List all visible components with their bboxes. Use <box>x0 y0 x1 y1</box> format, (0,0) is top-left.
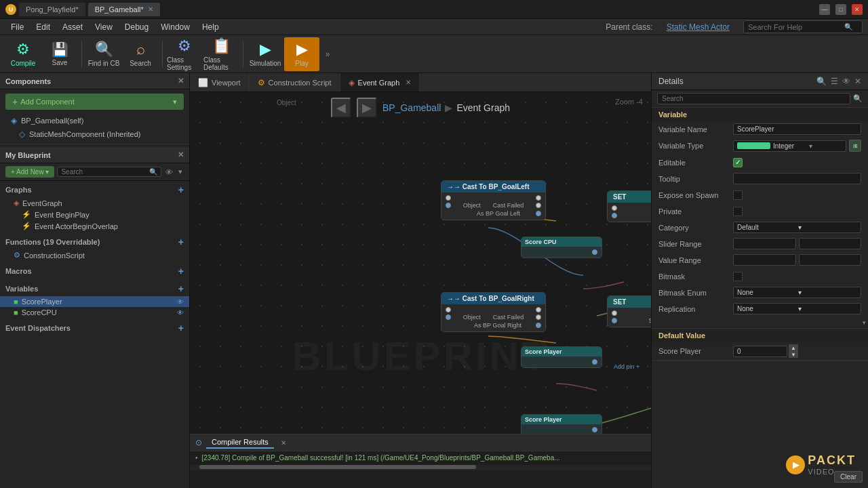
event-graph-item[interactable]: ◈ EventGraph <box>0 197 189 209</box>
node-scoreplayer-var2[interactable]: Score Player <box>521 414 602 434</box>
node-scoreplayer-var2-body <box>521 424 601 434</box>
breadcrumb-event-graph[interactable]: Event Graph <box>456 102 510 113</box>
menu-window[interactable]: Window <box>155 21 195 33</box>
menu-file[interactable]: File <box>5 21 29 33</box>
tab-construction-script[interactable]: ⚙ Construction Script <box>250 73 340 92</box>
macros-section-header[interactable]: Macros + <box>0 264 189 279</box>
bp-search-box[interactable]: 🔍 <box>57 167 161 177</box>
event-graph-tab-close-icon[interactable]: ✕ <box>406 79 411 86</box>
graphs-add-button[interactable]: + <box>178 184 184 195</box>
expose-on-spawn-checkbox[interactable] <box>733 190 743 200</box>
details-search-input[interactable] <box>657 93 850 104</box>
value-range-min-input[interactable] <box>733 254 796 266</box>
add-component-button[interactable]: + Add Component ▾ <box>5 94 184 110</box>
find-in-cb-button[interactable]: 🔍 Find in CB <box>86 37 121 71</box>
event-begin-play-item[interactable]: ⚡ Event BeginPlay <box>0 209 189 220</box>
bp-search-input[interactable] <box>61 168 147 176</box>
macros-add-button[interactable]: + <box>178 266 184 277</box>
play-button[interactable]: ▶ Play <box>284 37 319 71</box>
close-button[interactable]: ✕ <box>852 4 863 15</box>
score-player-var-item[interactable]: ■ ScorePlayer 👁 <box>0 296 189 307</box>
bp-eye-button[interactable]: 👁 <box>164 167 174 178</box>
event-dispatchers-add-button[interactable]: + <box>178 323 184 333</box>
score-player-spin-down[interactable]: ▼ <box>789 351 798 358</box>
tab-bp-gameball[interactable]: BP_Gameball* ✕ <box>88 3 160 16</box>
node-cast-goalleft[interactable]: →→ Cast To BP_GoalLeft Object Cast Faile… <box>441 180 546 220</box>
compiler-results-tab[interactable]: Compiler Results <box>206 436 274 449</box>
details-eye-icon-btn[interactable]: 👁 <box>842 77 850 86</box>
construction-script-item[interactable]: ⚙ ConstructionScript <box>0 249 189 261</box>
variables-add-button[interactable]: + <box>178 283 184 294</box>
event-dispatchers-section-header[interactable]: Event Dispatchers + <box>0 321 189 336</box>
menu-asset[interactable]: Asset <box>57 21 88 33</box>
slider-range-max-input[interactable] <box>799 238 862 249</box>
node-scorecpu-var[interactable]: Score CPU <box>521 237 602 258</box>
save-button[interactable]: 💾 Save <box>42 37 77 71</box>
menu-edit[interactable]: Edit <box>31 21 56 33</box>
components-close-button[interactable]: ✕ <box>178 77 184 85</box>
bitmask-checkbox[interactable] <box>733 272 743 281</box>
variable-section-header[interactable]: Variable <box>652 108 868 121</box>
canvas-back-button[interactable]: ◀ <box>331 98 351 118</box>
menu-help[interactable]: Help <box>197 21 224 33</box>
score-player-default-input[interactable] <box>733 346 787 357</box>
tab-viewport[interactable]: ⬜ Viewport <box>190 73 250 92</box>
breadcrumb-bp-gameball[interactable]: BP_Gameball <box>382 102 441 113</box>
default-value-section-header[interactable]: Default Value <box>652 329 868 342</box>
simulation-button[interactable]: ▶ Simulation <box>248 37 283 71</box>
details-close-icon-btn[interactable]: ✕ <box>854 77 861 86</box>
add-pin-player[interactable]: Add pin + <box>614 363 639 370</box>
tab-event-graph[interactable]: ◈ Event Graph ✕ <box>340 73 420 92</box>
score-cpu-var-item[interactable]: ■ ScoreCPU 👁 <box>0 307 189 318</box>
score-cpu-var-label: ScoreCPU <box>22 308 57 317</box>
variables-section-header[interactable]: Variables + <box>0 281 189 296</box>
component-static-mesh[interactable]: ◇ StaticMeshComponent (Inherited) <box>0 127 189 141</box>
node-set-scoreplayer[interactable]: SET Score Player <box>607 296 651 327</box>
variable-type-select[interactable]: Integer ▾ <box>733 140 846 152</box>
add-new-button[interactable]: + Add New ▾ <box>5 166 54 178</box>
maximize-button[interactable]: □ <box>835 4 846 15</box>
node-scoreplayer-var[interactable]: Score Player <box>521 346 602 368</box>
compiler-scrollbar-thumb[interactable] <box>199 465 476 469</box>
slider-range-min-input[interactable] <box>733 238 796 249</box>
bp-arrow-button[interactable]: ▾ <box>177 166 184 178</box>
functions-add-button[interactable]: + <box>178 237 184 247</box>
details-search-icon-btn[interactable]: 🔍 <box>816 77 827 86</box>
node-set-scorecpu[interactable]: SET Score CPU <box>607 190 651 222</box>
score-player-spin-up[interactable]: ▲ <box>789 344 798 351</box>
menu-debug[interactable]: Debug <box>119 21 154 33</box>
canvas-forward-button[interactable]: ▶ <box>357 98 377 118</box>
class-defaults-button[interactable]: 📋 Class Defaults <box>203 37 239 71</box>
component-bp-gameball[interactable]: ◈ BP_Gameball(self) <box>0 114 189 127</box>
compiler-tab-close[interactable]: ✕ <box>281 439 286 447</box>
minimize-button[interactable]: — <box>819 4 830 15</box>
search-button[interactable]: ⌕ Search <box>123 37 158 71</box>
help-search-box[interactable]: 🔍 <box>743 20 863 33</box>
menu-view[interactable]: View <box>90 21 118 33</box>
editable-checkbox[interactable]: ✓ <box>733 158 743 167</box>
tooltip-input[interactable] <box>733 173 861 184</box>
expand-arrow-icon[interactable]: ▾ <box>863 319 866 326</box>
blueprint-canvas[interactable]: Object ◀ ▶ BP_Gameball ▶ Event Graph Zoo… <box>190 92 651 434</box>
close-tab-icon[interactable]: ✕ <box>148 5 153 13</box>
category-select[interactable]: Default ▾ <box>733 222 861 233</box>
my-blueprint-close-button[interactable]: ✕ <box>178 150 184 159</box>
variable-type-grid-button[interactable]: ⊞ <box>849 140 861 152</box>
event-actor-overlap-item[interactable]: ⚡ Event ActorBeginOverlap <box>0 220 189 232</box>
details-list-icon-btn[interactable]: ☰ <box>831 77 838 86</box>
replication-select[interactable]: None ▾ <box>733 303 861 314</box>
graphs-section-header[interactable]: Graphs + <box>0 182 189 197</box>
variable-type-arrow-icon: ▾ <box>809 142 842 150</box>
functions-section-header[interactable]: Functions (19 Overridable) + <box>0 235 189 249</box>
help-search-input[interactable] <box>748 23 836 31</box>
toolbar-expand-button[interactable]: » <box>321 37 334 71</box>
private-checkbox[interactable] <box>733 207 743 216</box>
variable-name-input[interactable] <box>733 123 861 135</box>
value-range-max-input[interactable] <box>799 254 862 266</box>
bitmask-enum-select[interactable]: None ▾ <box>733 287 861 298</box>
tab-pong-playfield[interactable]: Pong_Playfield* <box>19 3 85 16</box>
node-cast-goalright[interactable]: →→ Cast To BP_GoalRight Object Cast Fail… <box>441 292 546 332</box>
compile-button[interactable]: ⚙ Compile <box>5 37 41 71</box>
compiler-scrollbar[interactable] <box>190 465 651 470</box>
class-settings-button[interactable]: ⚙ Class Settings <box>167 37 202 71</box>
